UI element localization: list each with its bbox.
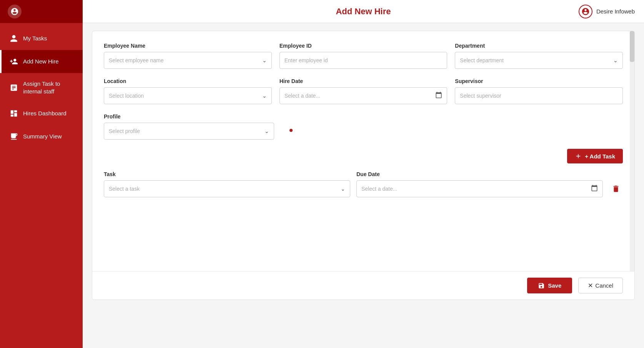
sidebar-item-label-assign-task: Assign Task to internal staff [23, 80, 75, 95]
form-row-1: Employee Name Select employee name ⌄ Emp… [104, 43, 623, 69]
department-select[interactable]: Select department ⌄ [455, 52, 623, 69]
employee-name-label: Employee Name [104, 43, 272, 49]
task-row-1: Task Select a task ⌄ Due Date Select a d… [104, 171, 623, 197]
dashboard-icon [9, 109, 18, 118]
user-avatar-icon [579, 5, 592, 18]
location-group: Location Select location ⌄ [104, 78, 272, 104]
due-date-picker[interactable]: Select a date... [356, 180, 603, 197]
employee-name-group: Employee Name Select employee name ⌄ [104, 43, 272, 69]
employee-id-label: Employee ID [280, 43, 448, 49]
sidebar-item-assign-task[interactable]: Assign Task to internal staff [0, 73, 83, 102]
sidebar-item-label-add-new-hire: Add New Hire [23, 58, 59, 65]
sidebar: My Tasks Add New Hire Assign Task to int… [0, 0, 83, 348]
task-label: Task [104, 171, 350, 177]
sidebar-item-add-new-hire[interactable]: Add New Hire [0, 50, 83, 73]
user-name: Desire Infoweb [596, 8, 635, 15]
profile-placeholder: Select profile [109, 128, 140, 134]
person-tasks-icon [9, 34, 18, 43]
sidebar-navigation: My Tasks Add New Hire Assign Task to int… [0, 23, 83, 148]
location-label: Location [104, 78, 272, 84]
cancel-x-icon: ✕ [588, 282, 593, 289]
form-card: Employee Name Select employee name ⌄ Emp… [92, 31, 635, 300]
hire-date-calendar-icon [435, 92, 442, 100]
department-placeholder: Select department [460, 57, 504, 63]
save-label: Save [548, 282, 561, 289]
add-task-button[interactable]: + Add Task [567, 149, 623, 163]
department-chevron-icon: ⌄ [613, 57, 618, 63]
sidebar-item-label-hires-dashboard: Hires Dashboard [23, 110, 67, 117]
due-date-group: Due Date Select a date... [356, 171, 603, 197]
save-button[interactable]: Save [527, 278, 572, 293]
page-title: Add New Hire [336, 7, 391, 17]
sidebar-item-my-tasks[interactable]: My Tasks [0, 27, 83, 50]
plus-icon [575, 153, 582, 160]
page-header: Add New Hire Desire Infoweb [83, 0, 644, 23]
cancel-label: Cancel [595, 282, 613, 289]
main-content: Add New Hire Desire Infoweb Employee Nam… [83, 0, 644, 348]
profile-label: Profile [104, 113, 274, 120]
employee-name-chevron-icon: ⌄ [262, 57, 267, 63]
hire-date-placeholder: Select a date... [285, 93, 320, 99]
due-date-placeholder: Select a date... [361, 186, 397, 192]
employee-id-input[interactable] [280, 52, 448, 69]
trash-icon [612, 185, 620, 193]
red-dot-indicator [290, 129, 293, 132]
employee-name-select[interactable]: Select employee name ⌄ [104, 52, 272, 69]
department-group: Department Select department ⌄ [455, 43, 623, 69]
app-logo [8, 5, 22, 18]
due-date-label: Due Date [356, 171, 603, 177]
scrollbar-thumb[interactable] [630, 31, 634, 62]
summary-icon [9, 132, 18, 141]
scrollbar-track[interactable] [630, 31, 634, 300]
supervisor-label: Supervisor [455, 78, 623, 84]
location-select[interactable]: Select location ⌄ [104, 87, 272, 104]
save-icon [538, 282, 545, 289]
action-bar: Save ✕ Cancel [92, 271, 634, 300]
sidebar-item-label-my-tasks: My Tasks [23, 35, 47, 42]
task-list-icon [9, 83, 18, 92]
employee-id-group: Employee ID [280, 43, 448, 69]
supervisor-group: Supervisor Select supervisor [455, 78, 623, 104]
hire-date-picker[interactable]: Select a date... [280, 87, 448, 104]
department-label: Department [455, 43, 623, 49]
task-chevron-icon: ⌄ [341, 186, 345, 192]
form-container: Employee Name Select employee name ⌄ Emp… [83, 23, 644, 348]
due-date-calendar-icon [591, 185, 598, 193]
form-row-2: Location Select location ⌄ Hire Date Sel… [104, 78, 623, 104]
sidebar-logo-area [0, 0, 83, 23]
supervisor-placeholder: Select supervisor [460, 93, 501, 99]
person-add-icon [9, 57, 18, 66]
profile-select[interactable]: Select profile ⌄ [104, 123, 274, 140]
profile-chevron-icon: ⌄ [265, 128, 269, 134]
add-task-area: + Add Task [104, 149, 623, 163]
task-select[interactable]: Select a task ⌄ [104, 180, 350, 197]
cancel-button[interactable]: ✕ Cancel [578, 278, 623, 293]
employee-name-placeholder: Select employee name [109, 57, 163, 63]
form-row-3: Profile Select profile ⌄ [104, 113, 623, 140]
sidebar-item-label-summary-view: Summary View [23, 133, 62, 140]
sidebar-item-summary-view[interactable]: Summary View [0, 125, 83, 148]
hire-date-group: Hire Date Select a date... [280, 78, 448, 104]
delete-task-button[interactable] [609, 180, 623, 197]
supervisor-select[interactable]: Select supervisor [455, 87, 623, 104]
location-chevron-icon: ⌄ [262, 93, 267, 99]
add-task-label: + Add Task [585, 153, 615, 160]
task-group: Task Select a task ⌄ [104, 171, 350, 197]
user-profile[interactable]: Desire Infoweb [579, 5, 635, 18]
profile-group: Profile Select profile ⌄ [104, 113, 274, 140]
sidebar-item-hires-dashboard[interactable]: Hires Dashboard [0, 102, 83, 125]
hire-date-label: Hire Date [280, 78, 448, 84]
task-placeholder: Select a task [109, 186, 140, 192]
location-placeholder: Select location [109, 93, 144, 99]
